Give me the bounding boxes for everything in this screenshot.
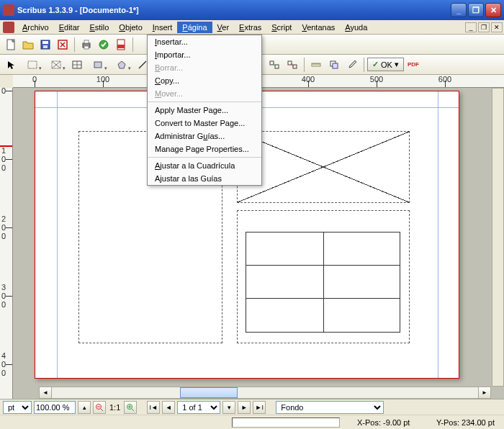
menu-item: Mover... <box>148 87 261 100</box>
scroll-left-button[interactable]: ◄ <box>40 387 52 398</box>
svg-rect-6 <box>84 40 89 43</box>
page-select[interactable]: 1 of 1 <box>177 401 220 414</box>
svg-rect-10 <box>117 45 125 48</box>
doc-system-icon[interactable] <box>3 22 14 33</box>
menu-nsert[interactable]: Insert <box>148 22 178 33</box>
svg-rect-24 <box>293 65 297 68</box>
vertical-ruler[interactable]: 0100200300400 <box>0 88 13 399</box>
table-tool[interactable] <box>68 57 86 73</box>
svg-rect-27 <box>333 63 338 68</box>
next-page-button[interactable]: ► <box>238 401 251 414</box>
mdi-minimize[interactable]: _ <box>465 22 477 32</box>
text-frame-tool[interactable] <box>21 57 44 73</box>
vertical-scrollbar[interactable] <box>492 88 504 387</box>
unlink-frames-tool[interactable] <box>284 57 301 73</box>
image-frame-tool[interactable] <box>45 57 68 73</box>
svg-rect-22 <box>275 65 279 68</box>
save-button[interactable] <box>37 37 53 53</box>
menu-item[interactable]: Convert to Master Page... <box>148 117 261 130</box>
print-button[interactable] <box>78 37 94 53</box>
scroll-thumb[interactable] <box>180 387 238 398</box>
mdi-restore[interactable]: ❐ <box>478 22 490 32</box>
svg-marker-15 <box>118 61 125 68</box>
first-page-button[interactable]: I◄ <box>147 401 160 414</box>
menu-xtras[interactable]: Extras <box>234 22 266 33</box>
menu-item[interactable]: Administrar Guías... <box>148 130 261 143</box>
zoom-out-button[interactable] <box>93 401 106 414</box>
layer-select[interactable]: Fondo <box>276 401 384 414</box>
svg-rect-11 <box>28 61 37 68</box>
pdf-button[interactable] <box>113 37 129 53</box>
new-button[interactable] <box>3 37 19 53</box>
unit-select[interactable]: pt <box>3 401 32 414</box>
svg-rect-3 <box>43 45 48 48</box>
menu-item: Borrar... <box>148 61 261 74</box>
progress-bar <box>232 417 340 428</box>
zoom-input[interactable] <box>34 401 76 414</box>
menu-stilo[interactable]: Estilo <box>84 22 114 33</box>
mdi-close[interactable]: ✕ <box>491 22 503 32</box>
copy-props-tool[interactable] <box>325 57 343 73</box>
select-tool[interactable] <box>3 57 20 73</box>
menu-ágina[interactable]: Página <box>177 22 212 33</box>
zoom-ratio-label: 1:1 <box>108 403 122 412</box>
menu-bjeto[interactable]: Objeto <box>114 22 147 33</box>
menu-cript[interactable]: Script <box>266 22 297 33</box>
close-doc-button[interactable] <box>55 37 71 53</box>
last-page-button[interactable]: ►I <box>253 401 266 414</box>
menu-item[interactable]: Insertar... <box>148 35 261 48</box>
ypos-label: Y-Pos: 234.00 pt <box>433 417 498 428</box>
preflight-button[interactable] <box>96 37 112 53</box>
zoom-spin[interactable]: ▴ <box>78 401 91 414</box>
menu-entanas[interactable]: Ventanas <box>297 22 340 33</box>
close-button[interactable]: ✕ <box>485 3 501 17</box>
polygon-tool[interactable] <box>110 57 133 73</box>
page-spin[interactable]: ▾ <box>222 401 235 414</box>
minimize-button[interactable]: _ <box>451 3 467 17</box>
menu-item[interactable]: Manage Page Properties... <box>148 143 261 155</box>
link-frames-tool[interactable] <box>266 57 283 73</box>
app-icon <box>3 4 14 16</box>
menu-ditar[interactable]: Editar <box>54 22 85 33</box>
menu-yuda[interactable]: Ayuda <box>340 22 372 33</box>
svg-rect-2 <box>42 41 48 44</box>
menu-rchivo[interactable]: Archivo <box>17 22 54 33</box>
menu-item[interactable]: Importar... <box>148 48 261 61</box>
svg-rect-23 <box>288 61 292 65</box>
menu-item[interactable]: Ajustar a las Guías <box>148 172 261 185</box>
image-frame[interactable] <box>237 131 410 203</box>
pdf-form-icon[interactable]: PDF <box>405 57 422 73</box>
menu-er[interactable]: Ver <box>212 22 235 33</box>
open-button[interactable] <box>20 37 36 53</box>
zoom-in-button[interactable] <box>124 401 137 414</box>
svg-rect-7 <box>84 46 89 49</box>
maximize-button[interactable]: ❐ <box>468 3 484 17</box>
scroll-right-button[interactable]: ► <box>478 387 490 398</box>
table-frame[interactable] <box>246 232 400 333</box>
menu-bar: ArchivoEditarEstiloObjetoInsertPáginaVer… <box>0 20 504 35</box>
svg-rect-21 <box>270 61 274 65</box>
horizontal-scrollbar[interactable]: ◄ ► <box>39 387 491 399</box>
svg-rect-14 <box>94 62 102 68</box>
menu-item[interactable]: Ajustar a la Cuadrícula <box>148 159 261 172</box>
prev-page-button[interactable]: ◄ <box>162 401 175 414</box>
window-title: Scribus 1.3.3.9 - [Documento-1*] <box>17 6 449 14</box>
eyedropper-tool[interactable] <box>343 57 361 73</box>
check-icon: ✓ <box>372 60 379 69</box>
menu-item[interactable]: Copy... <box>148 74 261 87</box>
measure-tool[interactable] <box>307 57 325 73</box>
xpos-label: X-Pos: -9.00 pt <box>354 417 419 428</box>
shape-tool[interactable] <box>86 57 109 73</box>
pagina-menu-dropdown: Insertar...Importar...Borrar...Copy...Mo… <box>147 35 262 186</box>
status-bar: pt ▴ 1:1 I◄ ◄ 1 of 1 ▾ ► ►I Fondo X-Pos:… <box>0 399 504 429</box>
window-titlebar: Scribus 1.3.3.9 - [Documento-1*] _ ❐ ✕ <box>0 0 504 20</box>
menu-item[interactable]: Apply Master Page... <box>148 104 261 117</box>
pdf-ok-button[interactable]: ✓OK ▾ <box>367 58 404 71</box>
